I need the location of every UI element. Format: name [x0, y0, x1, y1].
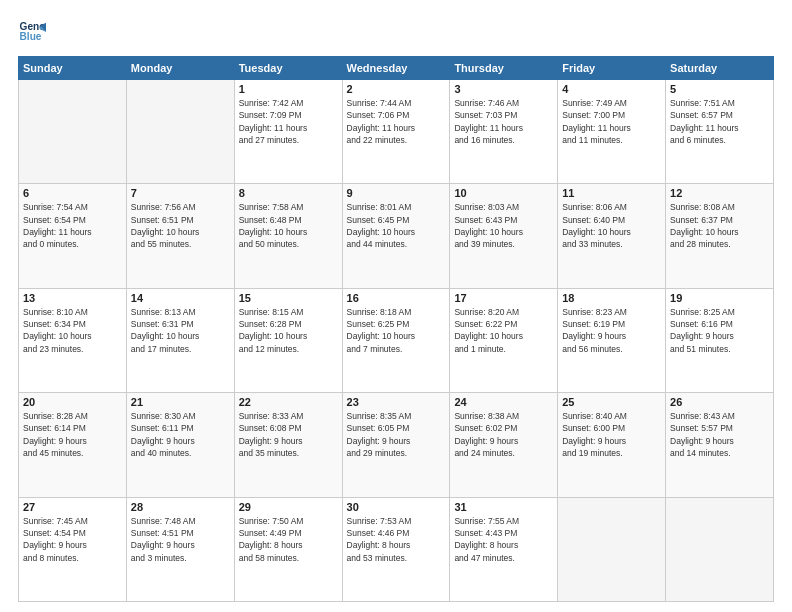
- calendar-day-cell: 3Sunrise: 7:46 AM Sunset: 7:03 PM Daylig…: [450, 80, 558, 184]
- day-number: 11: [562, 187, 661, 199]
- day-number: 20: [23, 396, 122, 408]
- day-info: Sunrise: 8:25 AM Sunset: 6:16 PM Dayligh…: [670, 306, 769, 355]
- day-info: Sunrise: 7:42 AM Sunset: 7:09 PM Dayligh…: [239, 97, 338, 146]
- day-info: Sunrise: 8:43 AM Sunset: 5:57 PM Dayligh…: [670, 410, 769, 459]
- day-info: Sunrise: 8:30 AM Sunset: 6:11 PM Dayligh…: [131, 410, 230, 459]
- day-number: 2: [347, 83, 446, 95]
- calendar-day-cell: 28Sunrise: 7:48 AM Sunset: 4:51 PM Dayli…: [126, 497, 234, 601]
- day-info: Sunrise: 8:10 AM Sunset: 6:34 PM Dayligh…: [23, 306, 122, 355]
- calendar-week-row: 1Sunrise: 7:42 AM Sunset: 7:09 PM Daylig…: [19, 80, 774, 184]
- day-info: Sunrise: 7:46 AM Sunset: 7:03 PM Dayligh…: [454, 97, 553, 146]
- day-number: 17: [454, 292, 553, 304]
- calendar-table: SundayMondayTuesdayWednesdayThursdayFrid…: [18, 56, 774, 602]
- day-info: Sunrise: 7:44 AM Sunset: 7:06 PM Dayligh…: [347, 97, 446, 146]
- calendar-day-cell: 9Sunrise: 8:01 AM Sunset: 6:45 PM Daylig…: [342, 184, 450, 288]
- calendar-day-cell: 11Sunrise: 8:06 AM Sunset: 6:40 PM Dayli…: [558, 184, 666, 288]
- weekday-header-thursday: Thursday: [450, 57, 558, 80]
- day-number: 7: [131, 187, 230, 199]
- header: General Blue: [18, 18, 774, 46]
- calendar-day-cell: 25Sunrise: 8:40 AM Sunset: 6:00 PM Dayli…: [558, 393, 666, 497]
- calendar-day-cell: 21Sunrise: 8:30 AM Sunset: 6:11 PM Dayli…: [126, 393, 234, 497]
- calendar-day-cell: 26Sunrise: 8:43 AM Sunset: 5:57 PM Dayli…: [666, 393, 774, 497]
- day-number: 26: [670, 396, 769, 408]
- calendar-week-row: 13Sunrise: 8:10 AM Sunset: 6:34 PM Dayli…: [19, 288, 774, 392]
- day-number: 13: [23, 292, 122, 304]
- day-info: Sunrise: 7:49 AM Sunset: 7:00 PM Dayligh…: [562, 97, 661, 146]
- day-number: 4: [562, 83, 661, 95]
- day-number: 9: [347, 187, 446, 199]
- day-info: Sunrise: 7:53 AM Sunset: 4:46 PM Dayligh…: [347, 515, 446, 564]
- calendar-day-cell: 8Sunrise: 7:58 AM Sunset: 6:48 PM Daylig…: [234, 184, 342, 288]
- weekday-header-tuesday: Tuesday: [234, 57, 342, 80]
- weekday-header-sunday: Sunday: [19, 57, 127, 80]
- day-info: Sunrise: 8:20 AM Sunset: 6:22 PM Dayligh…: [454, 306, 553, 355]
- day-info: Sunrise: 8:03 AM Sunset: 6:43 PM Dayligh…: [454, 201, 553, 250]
- day-number: 15: [239, 292, 338, 304]
- day-info: Sunrise: 7:54 AM Sunset: 6:54 PM Dayligh…: [23, 201, 122, 250]
- calendar-day-cell: [666, 497, 774, 601]
- page: General Blue SundayMondayTuesdayWednesda…: [0, 0, 792, 612]
- day-number: 31: [454, 501, 553, 513]
- day-number: 10: [454, 187, 553, 199]
- day-info: Sunrise: 7:58 AM Sunset: 6:48 PM Dayligh…: [239, 201, 338, 250]
- calendar-day-cell: 1Sunrise: 7:42 AM Sunset: 7:09 PM Daylig…: [234, 80, 342, 184]
- weekday-header-row: SundayMondayTuesdayWednesdayThursdayFrid…: [19, 57, 774, 80]
- day-info: Sunrise: 7:55 AM Sunset: 4:43 PM Dayligh…: [454, 515, 553, 564]
- calendar-day-cell: [558, 497, 666, 601]
- calendar-day-cell: 22Sunrise: 8:33 AM Sunset: 6:08 PM Dayli…: [234, 393, 342, 497]
- day-info: Sunrise: 8:18 AM Sunset: 6:25 PM Dayligh…: [347, 306, 446, 355]
- day-info: Sunrise: 7:50 AM Sunset: 4:49 PM Dayligh…: [239, 515, 338, 564]
- weekday-header-wednesday: Wednesday: [342, 57, 450, 80]
- day-info: Sunrise: 8:40 AM Sunset: 6:00 PM Dayligh…: [562, 410, 661, 459]
- calendar-day-cell: 23Sunrise: 8:35 AM Sunset: 6:05 PM Dayli…: [342, 393, 450, 497]
- day-info: Sunrise: 8:33 AM Sunset: 6:08 PM Dayligh…: [239, 410, 338, 459]
- logo: General Blue: [18, 18, 50, 46]
- day-info: Sunrise: 8:38 AM Sunset: 6:02 PM Dayligh…: [454, 410, 553, 459]
- calendar-day-cell: 30Sunrise: 7:53 AM Sunset: 4:46 PM Dayli…: [342, 497, 450, 601]
- day-info: Sunrise: 8:23 AM Sunset: 6:19 PM Dayligh…: [562, 306, 661, 355]
- day-number: 22: [239, 396, 338, 408]
- day-number: 12: [670, 187, 769, 199]
- calendar-day-cell: 7Sunrise: 7:56 AM Sunset: 6:51 PM Daylig…: [126, 184, 234, 288]
- day-info: Sunrise: 7:48 AM Sunset: 4:51 PM Dayligh…: [131, 515, 230, 564]
- day-info: Sunrise: 8:35 AM Sunset: 6:05 PM Dayligh…: [347, 410, 446, 459]
- day-number: 23: [347, 396, 446, 408]
- calendar-day-cell: 20Sunrise: 8:28 AM Sunset: 6:14 PM Dayli…: [19, 393, 127, 497]
- day-number: 8: [239, 187, 338, 199]
- weekday-header-monday: Monday: [126, 57, 234, 80]
- day-number: 1: [239, 83, 338, 95]
- day-number: 6: [23, 187, 122, 199]
- calendar-day-cell: 5Sunrise: 7:51 AM Sunset: 6:57 PM Daylig…: [666, 80, 774, 184]
- day-number: 24: [454, 396, 553, 408]
- calendar-day-cell: 24Sunrise: 8:38 AM Sunset: 6:02 PM Dayli…: [450, 393, 558, 497]
- day-number: 25: [562, 396, 661, 408]
- day-info: Sunrise: 7:51 AM Sunset: 6:57 PM Dayligh…: [670, 97, 769, 146]
- calendar-week-row: 6Sunrise: 7:54 AM Sunset: 6:54 PM Daylig…: [19, 184, 774, 288]
- calendar-day-cell: 4Sunrise: 7:49 AM Sunset: 7:00 PM Daylig…: [558, 80, 666, 184]
- day-info: Sunrise: 8:15 AM Sunset: 6:28 PM Dayligh…: [239, 306, 338, 355]
- calendar-day-cell: 17Sunrise: 8:20 AM Sunset: 6:22 PM Dayli…: [450, 288, 558, 392]
- day-number: 16: [347, 292, 446, 304]
- calendar-day-cell: 16Sunrise: 8:18 AM Sunset: 6:25 PM Dayli…: [342, 288, 450, 392]
- logo-icon: General Blue: [18, 18, 46, 46]
- calendar-day-cell: [126, 80, 234, 184]
- calendar-day-cell: 15Sunrise: 8:15 AM Sunset: 6:28 PM Dayli…: [234, 288, 342, 392]
- day-number: 14: [131, 292, 230, 304]
- day-info: Sunrise: 8:01 AM Sunset: 6:45 PM Dayligh…: [347, 201, 446, 250]
- day-number: 21: [131, 396, 230, 408]
- day-number: 18: [562, 292, 661, 304]
- day-number: 28: [131, 501, 230, 513]
- day-number: 3: [454, 83, 553, 95]
- calendar-day-cell: 13Sunrise: 8:10 AM Sunset: 6:34 PM Dayli…: [19, 288, 127, 392]
- day-number: 30: [347, 501, 446, 513]
- calendar-day-cell: 12Sunrise: 8:08 AM Sunset: 6:37 PM Dayli…: [666, 184, 774, 288]
- weekday-header-friday: Friday: [558, 57, 666, 80]
- day-number: 27: [23, 501, 122, 513]
- weekday-header-saturday: Saturday: [666, 57, 774, 80]
- calendar-day-cell: [19, 80, 127, 184]
- calendar-day-cell: 31Sunrise: 7:55 AM Sunset: 4:43 PM Dayli…: [450, 497, 558, 601]
- calendar-day-cell: 14Sunrise: 8:13 AM Sunset: 6:31 PM Dayli…: [126, 288, 234, 392]
- day-info: Sunrise: 8:06 AM Sunset: 6:40 PM Dayligh…: [562, 201, 661, 250]
- day-info: Sunrise: 7:45 AM Sunset: 4:54 PM Dayligh…: [23, 515, 122, 564]
- calendar-day-cell: 10Sunrise: 8:03 AM Sunset: 6:43 PM Dayli…: [450, 184, 558, 288]
